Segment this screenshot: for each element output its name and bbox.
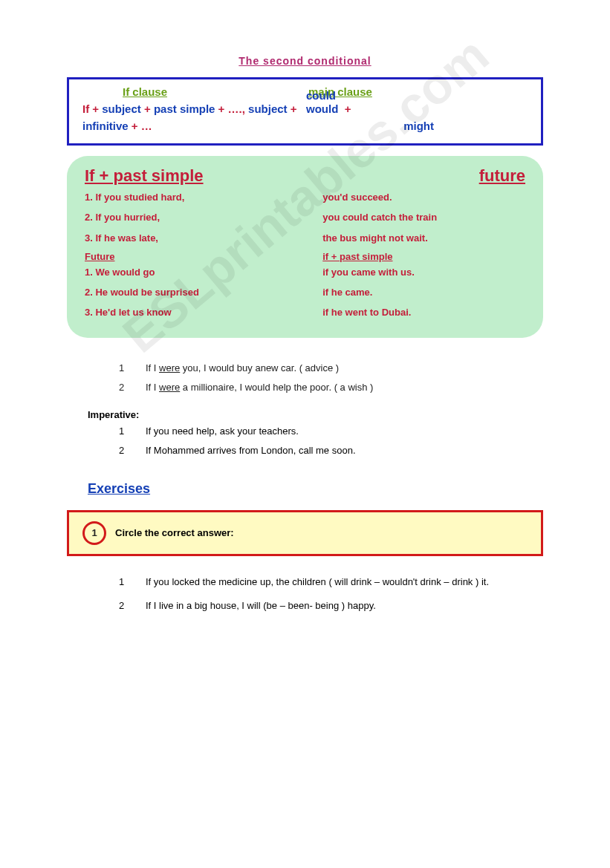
ex-right: the bus might not wait. bbox=[322, 228, 525, 248]
example-row: 3. If he was late, the bus might not wai… bbox=[85, 228, 525, 248]
note-post: a millionaire, I would help the poor. ( … bbox=[180, 382, 373, 393]
green-header-right: future bbox=[479, 166, 525, 186]
formula-line: If + subject + past simple + …., subject… bbox=[82, 101, 528, 134]
exercise-number-circle: 1 bbox=[82, 521, 106, 545]
notes-list: 1 If I were you, I would buy anew car. (… bbox=[119, 359, 543, 397]
note-pre: If I bbox=[146, 362, 159, 373]
past-simple: past simple bbox=[154, 102, 215, 115]
plus-2: + bbox=[144, 102, 151, 115]
ex-right: you could catch the train bbox=[322, 207, 525, 227]
note-row: 1 If I were you, I would buy anew car. (… bbox=[119, 359, 543, 378]
imp-text: If you need help, ask your teachers. bbox=[146, 422, 299, 441]
imperative-label: Imperative: bbox=[88, 409, 543, 420]
formula-box: If clause main clause If + subject + pas… bbox=[67, 77, 543, 146]
examples-box: If + past simple future 1. If you studie… bbox=[67, 156, 543, 338]
ex-left: 1. If you studied hard, bbox=[85, 187, 322, 207]
modal-might: might bbox=[403, 120, 434, 132]
plus-3: + bbox=[218, 102, 225, 115]
example-row: 2. If you hurried, you could catch the t… bbox=[85, 207, 525, 227]
question-row: 2 If I live in a big house, I will (be –… bbox=[119, 596, 543, 616]
plus-4: + bbox=[291, 102, 297, 115]
note-text: If I were a millionaire, I would help th… bbox=[146, 378, 373, 397]
imperative-row: 2 If Mohammed arrives from London, call … bbox=[119, 441, 543, 460]
note-text: If I were you, I would buy anew car. ( a… bbox=[146, 359, 339, 378]
ex-right: you'd succeed. bbox=[322, 187, 525, 207]
q-text: If I live in a big house, I will (be – b… bbox=[146, 596, 543, 616]
ex-left: 2. If you hurried, bbox=[85, 207, 322, 227]
ex-left: 1. We would go bbox=[85, 262, 322, 282]
plus-5: + bbox=[345, 102, 351, 115]
ex-right: if he came. bbox=[322, 282, 525, 302]
q-num: 1 bbox=[119, 572, 146, 592]
note-underline: were bbox=[159, 362, 180, 373]
green-sub-right: if + past simple bbox=[322, 251, 525, 262]
q-text: If you locked the medicine up, the child… bbox=[146, 572, 543, 592]
q-num: 2 bbox=[119, 596, 146, 616]
example-row: 1. We would go if you came with us. bbox=[85, 262, 525, 282]
exercise-instruction: Circle the correct answer: bbox=[115, 527, 234, 538]
ex-right: if he went to Dubai. bbox=[322, 302, 525, 322]
green-header-left: If + past simple bbox=[85, 166, 204, 186]
modal-could: could bbox=[306, 89, 336, 102]
subject-2: subject bbox=[248, 102, 288, 115]
example-row: 1. If you studied hard, you'd succeed. bbox=[85, 187, 525, 207]
imp-num: 1 bbox=[119, 422, 146, 441]
note-num: 2 bbox=[119, 378, 146, 397]
question-row: 1 If you locked the medicine up, the chi… bbox=[119, 572, 543, 592]
modal-column: could would + bbox=[306, 101, 351, 118]
imperative-list: 1 If you need help, ask your teachers. 2… bbox=[119, 422, 543, 460]
if-word: If bbox=[82, 102, 89, 115]
ex-left: 3. If he was late, bbox=[85, 228, 322, 248]
imp-num: 2 bbox=[119, 441, 146, 460]
subject-1: subject bbox=[102, 102, 141, 115]
note-pre: If I bbox=[146, 382, 159, 393]
question-list: 1 If you locked the medicine up, the chi… bbox=[119, 572, 543, 616]
exercise-instruction-box: 1 Circle the correct answer: bbox=[67, 510, 543, 556]
imperative-row: 1 If you need help, ask your teachers. bbox=[119, 422, 543, 441]
infinitive: infinitive bbox=[82, 120, 129, 132]
ex-right: if you came with us. bbox=[322, 262, 525, 282]
dots: …., bbox=[228, 102, 245, 115]
trail: + … bbox=[132, 120, 152, 132]
page-title: The second conditional bbox=[67, 55, 543, 67]
example-row: 3. He'd let us know if he went to Dubai. bbox=[85, 302, 525, 322]
imp-text: If Mohammed arrives from London, call me… bbox=[146, 441, 356, 460]
note-underline: were bbox=[159, 382, 180, 393]
header-if-clause: If clause bbox=[123, 85, 167, 98]
note-row: 2 If I were a millionaire, I would help … bbox=[119, 378, 543, 397]
example-row: 2. He would be surprised if he came. bbox=[85, 282, 525, 302]
note-num: 1 bbox=[119, 359, 146, 378]
ex-left: 3. He'd let us know bbox=[85, 302, 322, 322]
exercises-heading: Exercises bbox=[88, 481, 543, 497]
note-post: you, I would buy anew car. ( advice ) bbox=[180, 362, 339, 373]
green-sub-left: Future bbox=[85, 251, 322, 262]
plus-1: + bbox=[92, 102, 99, 115]
ex-left: 2. He would be surprised bbox=[85, 282, 322, 302]
modal-would: would bbox=[306, 102, 338, 115]
